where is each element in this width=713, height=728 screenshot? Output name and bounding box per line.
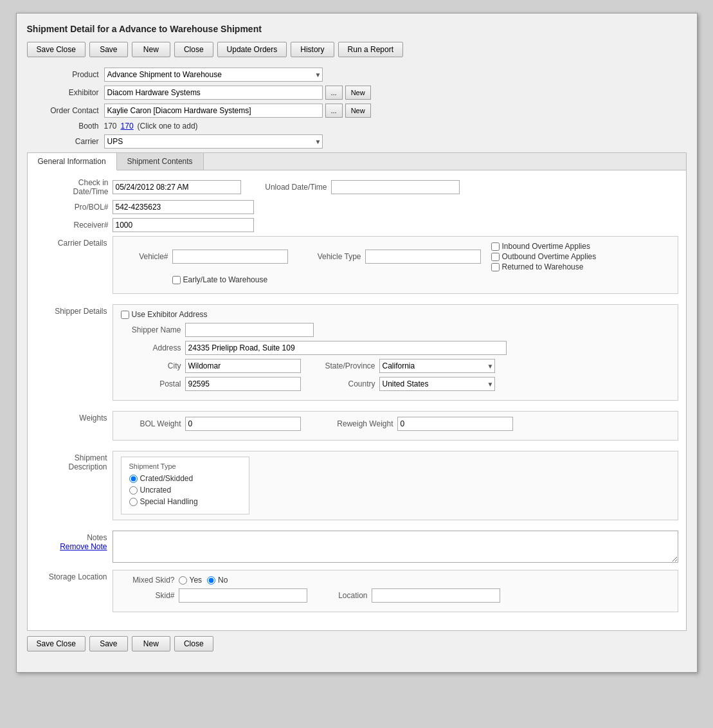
exhibitor-new-button[interactable]: New (345, 86, 371, 100)
vehicle-type-label: Vehicle Type (301, 252, 365, 261)
city-state-row: City State/Province California ▼ (121, 359, 670, 373)
special-label[interactable]: Special Handling (129, 497, 241, 506)
bottom-save-button[interactable]: Save (89, 636, 128, 651)
yes-radio-label[interactable]: Yes (179, 576, 203, 585)
carrier-details-box: Vehicle# Vehicle Type Inbound Overtime A… (113, 236, 678, 294)
returned-label[interactable]: Returned to Warehouse (491, 262, 597, 271)
special-radio[interactable] (129, 498, 138, 506)
shipment-desc-label: ShipmentDescription (35, 451, 113, 471)
bottom-save-close-button[interactable]: Save Close (27, 636, 86, 651)
reweigh-label: Reweigh Weight (314, 419, 397, 428)
shipment-desc-section: ShipmentDescription Shipment Type Crated… (35, 451, 678, 525)
product-select[interactable]: Advance Shipment to Warehouse (104, 68, 323, 82)
probol-input[interactable] (113, 200, 254, 214)
country-select-wrapper: United States ▼ (379, 377, 495, 391)
no-radio-label[interactable]: No (207, 576, 228, 585)
order-contact-label: Order Contact (27, 106, 104, 115)
shipment-desc-box: Shipment Type Crated/Skidded Uncrated Sp… (113, 451, 678, 520)
use-exhibitor-label[interactable]: Use Exhibitor Address (121, 310, 208, 319)
close-button[interactable]: Close (174, 42, 213, 57)
order-contact-input[interactable] (104, 104, 323, 118)
crated-radio[interactable] (129, 475, 138, 483)
tab-contents[interactable]: Shipment Contents (117, 153, 204, 170)
bottom-new-button[interactable]: New (132, 636, 170, 651)
shipper-details-label: Shipper Details (35, 304, 113, 316)
storage-location-box: Mixed Skid? Yes No Skid# Locati (113, 570, 678, 612)
booth-link[interactable]: 170 (121, 122, 134, 131)
order-contact-browse-button[interactable]: ... (325, 104, 343, 118)
booth-hint: (Click one to add) (138, 122, 198, 131)
bol-weight-input[interactable] (185, 417, 301, 431)
history-button[interactable]: History (291, 42, 334, 57)
product-select-wrapper: Advance Shipment to Warehouse ▼ (104, 68, 323, 82)
inbound-overtime-label[interactable]: Inbound Overtime Applies (491, 242, 597, 251)
outbound-overtime-checkbox[interactable] (491, 253, 500, 261)
unload-input[interactable] (331, 180, 460, 194)
vehicle-input[interactable] (172, 250, 288, 264)
vehicle-type-input[interactable] (365, 250, 481, 264)
notes-label: Notes (35, 533, 107, 542)
save-close-button[interactable]: Save Close (27, 42, 86, 57)
checkin-label: Check inDate/Time (35, 178, 113, 196)
unload-label: Unload Date/Time (254, 183, 331, 192)
exhibitor-input[interactable] (104, 86, 323, 100)
tabs-container: General Information Shipment Contents Ch… (27, 152, 687, 631)
storage-location-label: Storage Location (35, 570, 113, 581)
remove-note-link[interactable]: Remove Note (60, 542, 107, 551)
notes-textarea[interactable] (113, 531, 678, 563)
update-orders-button[interactable]: Update Orders (217, 42, 287, 57)
carrier-select[interactable]: UPS (104, 134, 323, 149)
tab-general[interactable]: General Information (28, 153, 117, 170)
inbound-overtime-checkbox[interactable] (491, 242, 500, 251)
weights-label: Weights (35, 411, 113, 423)
order-contact-new-button[interactable]: New (345, 104, 371, 118)
bottom-close-button[interactable]: Close (174, 636, 213, 651)
shipment-type-box: Shipment Type Crated/Skidded Uncrated Sp… (121, 457, 249, 514)
returned-checkbox[interactable] (491, 263, 500, 271)
tab-content-general: Check inDate/Time Unload Date/Time Pro/B… (28, 170, 686, 630)
uncrated-label[interactable]: Uncrated (129, 486, 241, 495)
city-label: City (121, 361, 185, 370)
no-radio[interactable] (207, 576, 215, 585)
shipper-details-box: Use Exhibitor Address Shipper Name Addre… (113, 304, 678, 401)
tabs-header: General Information Shipment Contents (28, 153, 686, 170)
address-input[interactable] (185, 341, 507, 355)
new-button[interactable]: New (132, 42, 170, 57)
outbound-overtime-label[interactable]: Outbound Overtime Applies (491, 252, 597, 261)
booth-row: Booth 170 170 (Click one to add) (27, 122, 687, 131)
run-report-button[interactable]: Run a Report (338, 42, 403, 57)
country-select[interactable]: United States (379, 377, 495, 391)
crated-label[interactable]: Crated/Skidded (129, 474, 241, 483)
save-button[interactable]: Save (89, 42, 128, 57)
probol-row: Pro/BOL# (35, 200, 678, 214)
city-input[interactable] (185, 359, 301, 373)
carrier-details-section: Carrier Details Vehicle# Vehicle Type In… (35, 236, 678, 299)
location-input[interactable] (372, 588, 500, 603)
location-label: Location (320, 591, 372, 600)
checkin-input[interactable] (113, 180, 241, 194)
state-label: State/Province (309, 361, 379, 370)
shipper-details-section: Shipper Details Use Exhibitor Address Sh… (35, 304, 678, 406)
exhibitor-row: Exhibitor ... New (27, 86, 687, 100)
yes-radio[interactable] (179, 576, 187, 585)
notes-area-label: Notes Remove Note (35, 531, 113, 551)
carrier-select-wrapper: UPS ▼ (104, 134, 323, 149)
uncrated-radio[interactable] (129, 486, 138, 495)
skid-input[interactable] (179, 588, 307, 603)
receiver-input[interactable] (113, 218, 254, 232)
state-select[interactable]: California (379, 359, 495, 373)
address-row: Address (121, 341, 670, 355)
shipper-name-input[interactable] (185, 323, 314, 337)
postal-label: Postal (121, 379, 185, 388)
exhibitor-browse-button[interactable]: ... (325, 86, 343, 100)
early-late-label[interactable]: Early/Late to Warehouse (172, 275, 268, 284)
postal-input[interactable] (185, 377, 301, 391)
reweigh-input[interactable] (397, 417, 513, 431)
carrier-details-label: Carrier Details (35, 236, 113, 248)
early-late-checkbox[interactable] (172, 276, 181, 284)
use-exhibitor-checkbox[interactable] (121, 311, 129, 319)
main-window: Shipment Detail for a Advance to Warehou… (16, 13, 698, 673)
skid-location-row: Skid# Location (121, 588, 670, 603)
mixed-skid-row: Mixed Skid? Yes No (121, 576, 670, 585)
carrier-label: Carrier (27, 137, 104, 146)
